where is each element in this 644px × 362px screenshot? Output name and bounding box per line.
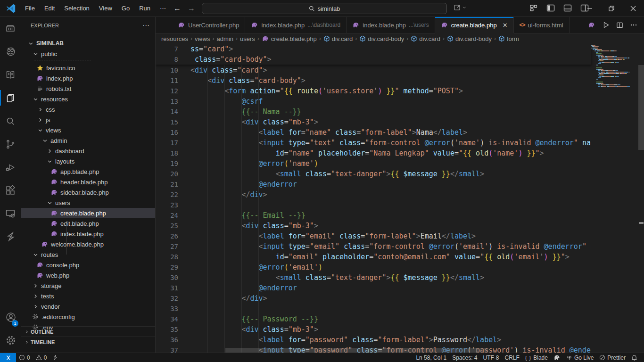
toggle-panel-icon[interactable] (563, 3, 572, 13)
tree-item-web-php[interactable]: web.php (21, 270, 155, 280)
menu-run[interactable]: Run (135, 3, 155, 14)
menu-edit[interactable]: Edit (40, 3, 59, 14)
toggle-sidebar-icon[interactable] (546, 3, 555, 13)
back-arrow[interactable]: ← (173, 4, 181, 13)
s-shape-icon[interactable] (0, 225, 21, 248)
language-mode[interactable]: { }Blade (522, 353, 551, 362)
indentation-label: Spaces: 4 (452, 354, 477, 361)
ports[interactable] (50, 353, 61, 362)
tree-item-sidebar-blade-php[interactable]: sidebar.blade.php (21, 187, 155, 197)
breadcrumb-folder-admin[interactable]: admin (217, 35, 233, 42)
run-debug-icon[interactable] (0, 156, 21, 179)
tree-item-header-blade-php[interactable]: header.blade.php (21, 177, 155, 187)
tree-item-create-blade-php[interactable]: create.blade.php (21, 208, 155, 218)
tree-item-storage[interactable]: storage (21, 280, 155, 291)
restore-button[interactable] (601, 0, 622, 17)
menu-view[interactable]: View (95, 3, 116, 14)
extensions-icon[interactable] (0, 179, 21, 202)
source-control-icon[interactable] (0, 132, 21, 156)
tree-item-index-blade-php[interactable]: index.blade.php (21, 229, 155, 239)
tab-usercontroller-php[interactable]: UserController.php (172, 17, 245, 33)
tree-item-css[interactable]: css (21, 104, 155, 115)
tree-item-siminlab[interactable]: SIMINLAB (21, 38, 155, 49)
warnings[interactable]: 0 (33, 353, 50, 362)
tab-index-blade-php[interactable]: index.blade.php...\dashboard (245, 17, 347, 33)
tree-item-app-blade-php[interactable]: app.blade.php (21, 166, 155, 177)
encoding[interactable]: UTF-8 (480, 353, 502, 362)
tree-item-layouts[interactable]: layouts (21, 156, 155, 166)
menu-file[interactable]: File (21, 3, 39, 14)
code-editor[interactable]: 10<div class="card">11 <div class="card-… (156, 44, 644, 353)
tree-item-public[interactable]: public (21, 49, 155, 59)
run-icon[interactable] (602, 21, 610, 29)
tree-item-favicon-ico[interactable]: favicon.ico (21, 63, 155, 73)
tree-item-views[interactable]: views (21, 125, 155, 135)
tree-item-dashboard[interactable]: dashboard (21, 146, 155, 156)
container-icon[interactable] (0, 17, 21, 40)
tab-create-blade-php[interactable]: create.blade.php✕ (435, 17, 514, 33)
horizontal-scrollbar[interactable] (225, 348, 488, 353)
tree-item-resources[interactable]: resources (21, 94, 155, 104)
php-elephant-icon[interactable] (588, 21, 595, 29)
minimap[interactable] (591, 44, 638, 353)
settings-gear-icon[interactable] (0, 329, 21, 352)
cursor-position[interactable]: Ln 58, Col 1 (413, 353, 449, 362)
outline-section[interactable]: OUTLINE (21, 326, 155, 337)
tree-item-robots-txt[interactable]: robots.txt (21, 83, 155, 94)
indentation[interactable]: Spaces: 4 (449, 353, 480, 362)
breadcrumb-file[interactable]: create.blade.php (262, 35, 317, 42)
explorer-icon[interactable] (0, 86, 21, 109)
forward-arrow[interactable]: → (188, 4, 195, 13)
menu-selection[interactable]: Selection (60, 3, 93, 14)
prettier[interactable]: Prettier (596, 353, 628, 362)
tree-item--editorconfig[interactable]: .editorconfig (21, 312, 155, 322)
breadcrumb-folder-resources[interactable]: resources (161, 35, 188, 42)
tree-item-users[interactable]: users (21, 197, 155, 208)
remote-indicator[interactable] (0, 353, 16, 362)
layout-control[interactable] (454, 4, 467, 11)
book-icon[interactable] (0, 63, 21, 86)
errors[interactable]: 0 (16, 353, 33, 362)
timeline-section[interactable]: TIMELINE (21, 337, 155, 347)
breadcrumb-symbol-div-card-body[interactable]: div.card-body (359, 35, 404, 42)
eol[interactable]: CRLF (502, 353, 522, 362)
tab-ui-forms-html[interactable]: <>ui-forms.html (514, 17, 570, 33)
vertical-scrollbar[interactable] (638, 65, 644, 150)
tab-close-icon[interactable]: ✕ (503, 22, 508, 29)
menu-go[interactable]: Go (117, 3, 134, 14)
php-status[interactable] (551, 353, 563, 362)
remote-explorer-icon[interactable] (0, 202, 21, 225)
breadcrumb-folder-users[interactable]: users (240, 35, 255, 42)
go-live[interactable]: Go Live (563, 353, 596, 362)
split-editor-icon[interactable] (616, 22, 623, 29)
tree-item-js[interactable]: js (21, 115, 155, 125)
breadcrumb-separator: › (355, 35, 357, 42)
tree-item-index-php[interactable]: index.php (21, 73, 155, 83)
tree-item-routes[interactable]: routes (21, 249, 155, 260)
explorer-more-icon[interactable]: ⋯ (142, 21, 149, 30)
tree-item-welcome-blade-php[interactable]: welcome.blade.php (21, 239, 155, 249)
breadcrumb-symbol-div-card[interactable]: div.card (323, 35, 353, 42)
tree-item-admin[interactable]: admin (21, 135, 155, 146)
tree-item-console-php[interactable]: console.php (21, 260, 155, 270)
notifications[interactable] (628, 353, 640, 362)
command-center-search[interactable]: siminlab (202, 3, 447, 14)
search-icon[interactable] (0, 109, 21, 132)
tree-item-vendor[interactable]: vendor (21, 301, 155, 312)
minimize-button[interactable] (579, 0, 601, 17)
breadcrumb-symbol-div-card[interactable]: div.card (411, 35, 440, 42)
breadcrumb-symbol-div-card-body[interactable]: div.card-body (447, 35, 492, 42)
sticky-scroll[interactable]: 7ss="card">8 class="card-body"> (156, 44, 591, 65)
account-icon[interactable]: 1 (0, 305, 21, 329)
tree-item-tests[interactable]: tests (21, 291, 155, 301)
breadcrumb-symbol-form[interactable]: form (498, 35, 519, 42)
monkey-icon[interactable] (0, 40, 21, 63)
more-actions-icon[interactable] (630, 21, 637, 29)
tree-item-edit-blade-php[interactable]: edit.blade.php (21, 218, 155, 229)
customize-layout-icon[interactable] (529, 3, 538, 13)
menu-more[interactable]: ⋯ (156, 3, 170, 14)
tab-index-blade-php[interactable]: index.blade.php...\users (347, 17, 435, 33)
close-button[interactable] (622, 0, 644, 17)
tree-item-label: views (46, 127, 61, 134)
breadcrumb-folder-views[interactable]: views (195, 35, 210, 42)
